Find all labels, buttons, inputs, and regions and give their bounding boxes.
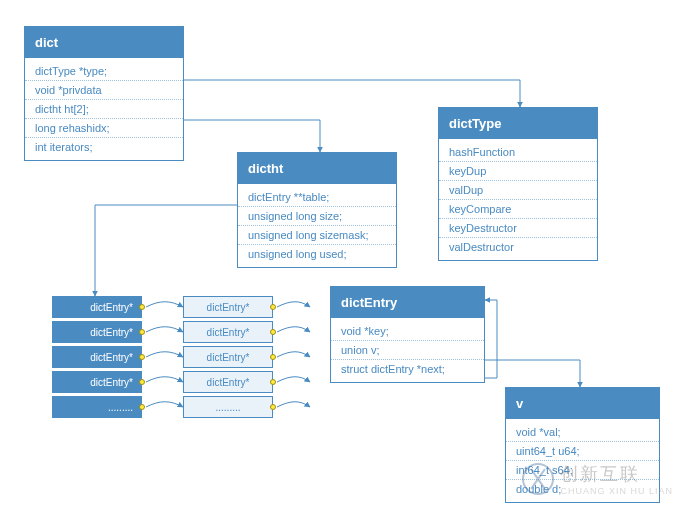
field: void *key; [331, 322, 484, 341]
struct-dictht-header: dictht [238, 153, 396, 184]
array-cell: dictEntry* [183, 296, 273, 318]
field: unsigned long used; [238, 245, 396, 263]
table-row: dictEntry* [183, 346, 273, 368]
table-row: ......... [52, 396, 142, 418]
struct-dict: dict dictType *type; void *privdata dict… [24, 26, 184, 161]
field: valDup [439, 181, 597, 200]
field: keyCompare [439, 200, 597, 219]
table-row: ......... [183, 396, 273, 418]
struct-dictentry: dictEntry void *key; union v; struct dic… [330, 286, 485, 383]
struct-dicttype-header: dictType [439, 108, 597, 139]
array-cell: dictEntry* [183, 371, 273, 393]
array-cell: dictEntry* [183, 321, 273, 343]
table-row: dictEntry* [183, 371, 273, 393]
field: hashFunction [439, 143, 597, 162]
array-cell: ......... [52, 396, 142, 418]
table-row: dictEntry* [183, 296, 273, 318]
field: void *val; [506, 423, 659, 442]
array-cell: dictEntry* [52, 346, 142, 368]
table-row: dictEntry* [52, 371, 142, 393]
array-cell: dictEntry* [52, 296, 142, 318]
array-cell: dictEntry* [52, 371, 142, 393]
struct-v-header: v [506, 388, 659, 419]
watermark-text: 创新互联 [560, 462, 673, 486]
field: int iterators; [25, 138, 183, 156]
field: void *privdata [25, 81, 183, 100]
field: long rehashidx; [25, 119, 183, 138]
field: struct dictEntry *next; [331, 360, 484, 378]
table-row: dictEntry* [52, 296, 142, 318]
field: uint64_t u64; [506, 442, 659, 461]
struct-dictentry-header: dictEntry [331, 287, 484, 318]
struct-dict-header: dict [25, 27, 183, 58]
field: dictType *type; [25, 62, 183, 81]
field: union v; [331, 341, 484, 360]
field: valDestructor [439, 238, 597, 256]
field: dictEntry **table; [238, 188, 396, 207]
watermark: 创新互联 CHUANG XIN HU LIAN [522, 462, 673, 496]
field: unsigned long size; [238, 207, 396, 226]
array-cell: dictEntry* [52, 321, 142, 343]
table-row: dictEntry* [52, 321, 142, 343]
table-row: dictEntry* [52, 346, 142, 368]
table-row: dictEntry* [183, 321, 273, 343]
array-cell: ......... [183, 396, 273, 418]
field: keyDestructor [439, 219, 597, 238]
field: unsigned long sizemask; [238, 226, 396, 245]
watermark-sub: CHUANG XIN HU LIAN [560, 486, 673, 496]
array-cell: dictEntry* [183, 346, 273, 368]
field: keyDup [439, 162, 597, 181]
struct-dicttype: dictType hashFunction keyDup valDup keyC… [438, 107, 598, 261]
watermark-logo-icon [522, 463, 554, 495]
field: dictht ht[2]; [25, 100, 183, 119]
struct-dictht: dictht dictEntry **table; unsigned long … [237, 152, 397, 268]
